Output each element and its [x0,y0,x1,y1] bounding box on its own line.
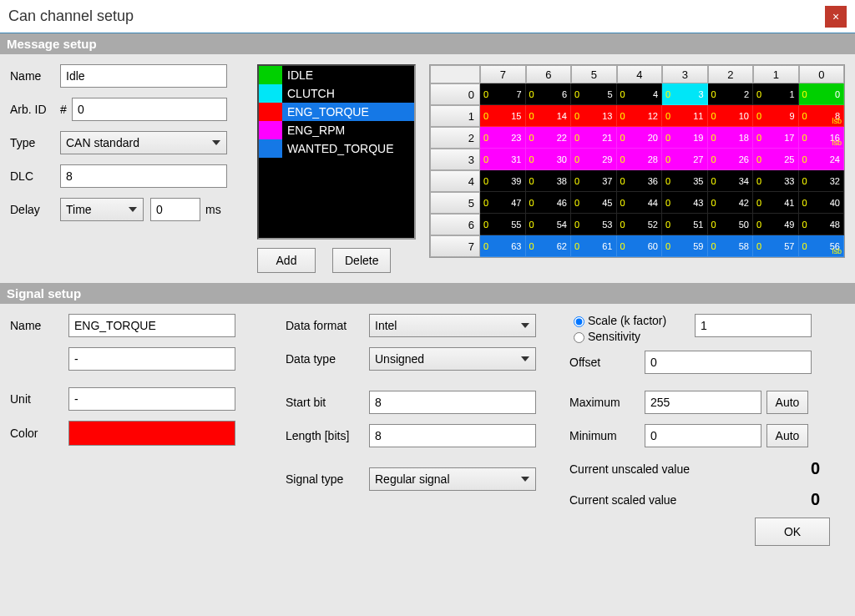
scale-input[interactable] [695,314,812,337]
grid-cell[interactable]: 024 [799,149,845,170]
grid-cell[interactable]: 00 [799,83,845,105]
data-type-select[interactable]: Unsigned [369,347,536,371]
grid-cell[interactable]: 020 [617,127,663,149]
grid-cell[interactable]: 063 [480,235,526,257]
signal-type-select[interactable]: Regular signal [369,467,536,491]
grid-cell[interactable]: 034 [708,170,754,192]
grid-cell[interactable]: 048 [799,214,845,235]
grid-cell[interactable]: 035 [662,170,708,192]
grid-cell[interactable]: 054 [526,214,572,235]
auto-max-button[interactable]: Auto [766,391,808,414]
grid-cell[interactable]: 03 [662,83,708,105]
close-button[interactable]: × [825,6,847,28]
grid-cell[interactable]: 055 [480,214,526,235]
signal-list-item[interactable]: IDLE [259,66,414,84]
grid-cell[interactable]: 053 [571,214,617,235]
grid-cell[interactable]: 018 [708,127,754,149]
offset-input[interactable] [645,351,812,374]
grid-cell[interactable]: 026 [708,149,754,170]
grid-cell[interactable]: 060 [617,235,663,257]
grid-cell[interactable]: 017 [753,127,799,149]
scale-radio[interactable] [574,316,584,327]
grid-cell[interactable]: 04 [617,83,663,105]
arb-id-input[interactable] [72,98,227,121]
length-input[interactable] [369,424,536,447]
grid-cell[interactable]: 045 [571,192,617,214]
grid-cell[interactable]: 08lsb [799,105,845,127]
grid-cell[interactable]: 040 [799,192,845,214]
grid-cell[interactable]: 030 [526,149,572,170]
ok-button[interactable]: OK [755,518,830,546]
grid-cell[interactable]: 038 [526,170,572,192]
label-unscaled: Current unscaled value [569,462,690,476]
bit-grid[interactable]: 7654321000706050403020100101501401301201… [429,64,845,258]
grid-cell[interactable]: 05 [571,83,617,105]
grid-cell[interactable]: 02 [708,83,754,105]
grid-cell[interactable]: 041 [753,192,799,214]
grid-cell[interactable]: 013 [571,105,617,127]
signal-list-item[interactable]: ENG_RPM [259,121,414,139]
grid-cell[interactable]: 09 [753,105,799,127]
sig-desc-input[interactable] [68,347,235,371]
color-swatch[interactable] [68,421,235,446]
maximum-input[interactable] [645,391,761,414]
grid-cell[interactable]: 010 [708,105,754,127]
grid-cell[interactable]: 06 [526,83,572,105]
grid-cell[interactable]: 052 [617,214,663,235]
signal-list-item[interactable]: CLUTCH [259,84,414,103]
grid-cell[interactable]: 014 [526,105,572,127]
grid-cell[interactable]: 062 [526,235,572,257]
grid-cell[interactable]: 061 [571,235,617,257]
grid-cell[interactable]: 016lsb [799,127,845,149]
delete-signal-button[interactable]: Delete [332,248,391,273]
unit-input[interactable] [68,387,235,411]
signal-list-item[interactable]: ENG_TORQUE [259,103,414,121]
grid-cell[interactable]: 019 [662,127,708,149]
grid-cell[interactable]: 044 [617,192,663,214]
grid-cell[interactable]: 021 [571,127,617,149]
grid-cell[interactable]: 047 [480,192,526,214]
start-bit-input[interactable] [369,391,536,414]
grid-cell[interactable]: 011 [662,105,708,127]
msg-name-input[interactable] [60,64,227,88]
grid-cell[interactable]: 036 [617,170,663,192]
delay-mode-select[interactable]: Time [60,198,144,221]
sensitivity-radio[interactable] [574,332,584,343]
grid-cell[interactable]: 043 [662,192,708,214]
grid-cell[interactable]: 07 [480,83,526,105]
add-signal-button[interactable]: Add [257,248,316,273]
grid-cell[interactable]: 033 [753,170,799,192]
type-select[interactable]: CAN standard [60,131,227,154]
grid-cell[interactable]: 050 [708,214,754,235]
signal-list[interactable]: IDLECLUTCHENG_TORQUEENG_RPMWANTED_TORQUE [257,64,416,240]
data-format-select[interactable]: Intel [369,314,536,337]
grid-cell[interactable]: 046 [526,192,572,214]
auto-min-button[interactable]: Auto [766,424,808,447]
grid-cell[interactable]: 031 [480,149,526,170]
dlc-input[interactable] [60,164,227,188]
grid-cell[interactable]: 012 [617,105,663,127]
grid-cell[interactable]: 049 [753,214,799,235]
grid-cell[interactable]: 023 [480,127,526,149]
grid-cell[interactable]: 056lsb [799,235,845,257]
grid-cell[interactable]: 037 [571,170,617,192]
grid-cell[interactable]: 015 [480,105,526,127]
grid-cell[interactable]: 027 [662,149,708,170]
grid-cell[interactable]: 059 [662,235,708,257]
delay-value-input[interactable] [150,198,200,221]
grid-cell[interactable]: 051 [662,214,708,235]
grid-cell[interactable]: 028 [617,149,663,170]
grid-cell[interactable]: 057 [753,235,799,257]
grid-cell[interactable]: 029 [571,149,617,170]
minimum-input[interactable] [645,424,761,447]
grid-cell[interactable]: 022 [526,127,572,149]
grid-cell[interactable]: 032 [799,170,845,192]
label-minimum: Minimum [569,429,645,442]
grid-cell[interactable]: 039 [480,170,526,192]
grid-cell[interactable]: 01 [753,83,799,105]
grid-cell[interactable]: 058 [708,235,754,257]
grid-cell[interactable]: 042 [708,192,754,214]
sig-name-input[interactable] [68,314,235,337]
signal-list-item[interactable]: WANTED_TORQUE [259,139,414,158]
grid-cell[interactable]: 025 [753,149,799,170]
